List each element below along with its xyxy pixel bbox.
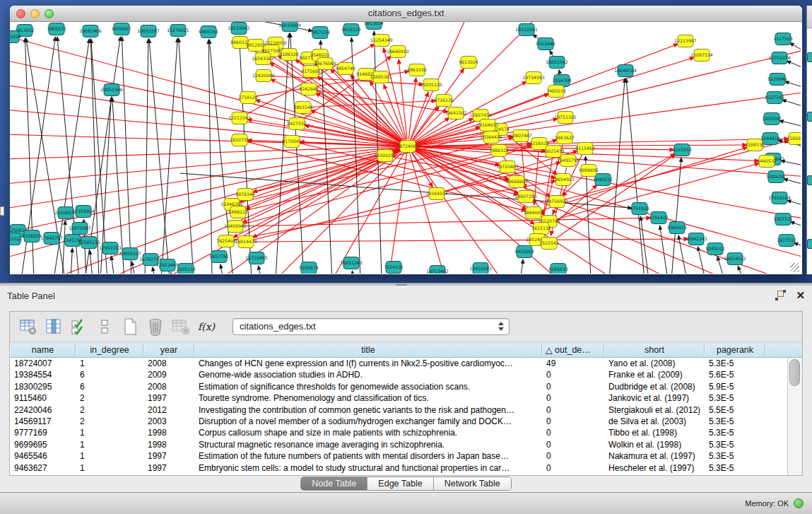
merge-rows-button[interactable] [94, 317, 115, 337]
graph-node[interactable]: 1615132 [531, 223, 551, 235]
graph-node[interactable]: 12505135 [78, 237, 100, 249]
scrollbar-thumb[interactable] [789, 359, 800, 386]
graph-edge[interactable] [785, 81, 801, 88]
graph-edge[interactable] [220, 264, 223, 274]
graph-edge[interactable] [414, 44, 678, 144]
window-resize-grip[interactable] [790, 263, 799, 272]
graph-node[interactable]: 7625402 [216, 235, 236, 247]
graph-node[interactable]: 16033809 [278, 22, 301, 32]
graph-node[interactable]: 9861038 [407, 64, 427, 76]
column-header-pagerank[interactable]: pagerank [705, 344, 765, 357]
graph-node[interactable]: 17016504 [768, 192, 791, 204]
function-builder-button[interactable]: f(x) [196, 317, 217, 337]
graph-node[interactable]: 8930457 [112, 23, 131, 35]
graph-node[interactable]: 12410583 [469, 263, 492, 274]
graph-node[interactable]: 18132041 [515, 24, 538, 36]
graph-node[interactable]: 20364436 [480, 132, 502, 144]
close-panel-icon[interactable]: ✕ [796, 290, 805, 300]
graph-edge[interactable] [170, 272, 174, 274]
graph-node[interactable]: 9175685 [301, 66, 321, 78]
graph-node[interactable]: 7485033 [546, 86, 566, 98]
graph-node[interactable]: 6791928 [630, 203, 649, 215]
graph-edge[interactable] [550, 50, 553, 56]
tab-edge-table[interactable]: Edge Table [367, 477, 433, 490]
column-header-out_degree[interactable]: △ out_de… [542, 344, 604, 357]
table-row[interactable]: 1872400712008Changes of HCN gene express… [10, 358, 787, 369]
graph-node[interactable]: 1440532 [757, 156, 777, 168]
graph-node[interactable]: 1810755 [230, 134, 249, 146]
network-canvas-svg[interactable]: 1872400718130121905572206914068930457108… [10, 22, 801, 274]
table-row[interactable]: 1830029562008Estimation of significance … [10, 381, 787, 392]
graph-node[interactable]: 9105674 [299, 262, 319, 274]
column-header-year[interactable]: year [143, 344, 194, 357]
graph-node[interactable]: 22420046 [252, 70, 275, 82]
graph-node[interactable]: 16409948 [224, 221, 247, 233]
graph-node[interactable]: 10713402 [426, 266, 449, 274]
graph-node[interactable]: 1191423 [649, 212, 669, 224]
graph-edge[interactable] [415, 147, 801, 177]
graph-node[interactable]: 9899695 [579, 165, 599, 177]
table-row[interactable]: 946362711997Embryonic stem cells: a mode… [10, 462, 787, 474]
graph-node[interactable]: 16051342 [546, 57, 568, 69]
graph-node[interactable]: 15276021 [167, 25, 189, 37]
graph-edge[interactable] [412, 152, 502, 274]
graph-node[interactable]: 17942757 [40, 233, 63, 245]
graph-node[interactable]: 16543382 [252, 53, 274, 65]
graph-node[interactable]: 16051243 [340, 257, 363, 269]
graph-node[interactable]: 19734593 [522, 72, 545, 84]
graph-edge[interactable] [790, 222, 801, 228]
graph-node[interactable]: 1905572 [47, 23, 66, 35]
graph-node[interactable]: 1167531 [773, 214, 793, 226]
show-columns-button[interactable] [43, 317, 64, 337]
graph-node[interactable]: 13205128 [420, 79, 442, 91]
graph-node[interactable]: 18133042 [228, 23, 250, 35]
close-window-icon[interactable] [16, 9, 25, 18]
graph-edge[interactable] [90, 250, 93, 274]
graph-node[interactable]: 7986322 [489, 145, 509, 157]
graph-node[interactable]: 8427552 [287, 118, 307, 130]
graph-edge[interactable] [253, 239, 688, 242]
memory-ok-indicator[interactable] [794, 498, 804, 508]
graph-edge[interactable] [149, 39, 170, 274]
graph-node[interactable]: 9457791 [209, 251, 229, 263]
graph-node[interactable]: 9613024 [459, 57, 478, 69]
float-panel-icon[interactable] [775, 290, 786, 300]
graph-node[interactable]: 2803144 [293, 102, 313, 114]
graph-node[interactable]: 9129946 [767, 74, 787, 86]
graph-edge[interactable] [316, 93, 402, 143]
table-row[interactable]: 911546021997Tourette syndrome. Phenomeno… [10, 392, 787, 404]
graph-node[interactable]: 6466163 [199, 26, 218, 38]
table-row[interactable]: 977716911998Corpus callosum shape and si… [10, 427, 787, 438]
graph-edge[interactable] [787, 200, 801, 206]
table-row[interactable]: 1938455462009Genome-wide association stu… [10, 369, 787, 380]
table-row[interactable]: 1456911722003Disruption of a novel membe… [10, 416, 787, 427]
column-header-title[interactable]: title [194, 344, 542, 357]
graph-node[interactable]: 9736125 [434, 95, 454, 107]
graph-node[interactable]: 18807293 [514, 191, 537, 203]
graph-edge[interactable] [271, 79, 401, 144]
graph-node[interactable]: 1677512 [777, 235, 796, 247]
new-file-button[interactable] [119, 317, 141, 337]
graph-edge[interactable] [782, 100, 801, 107]
graph-edge[interactable] [352, 271, 353, 274]
graph-edge[interactable] [179, 38, 194, 274]
graph-node[interactable]: 2156829 [22, 230, 42, 243]
graph-edge[interactable] [389, 153, 407, 274]
network-canvas[interactable]: 1872400718130121905572206914068930457108… [10, 22, 801, 274]
graph-edge[interactable] [321, 40, 332, 274]
graph-node[interactable]: 7857224 [310, 27, 330, 39]
graph-edge[interactable] [111, 256, 114, 274]
graph-node[interactable]: 7524105 [384, 262, 404, 274]
graph-node[interactable]: 19654923 [552, 174, 575, 186]
graph-node[interactable]: 9463627 [555, 132, 575, 144]
graph-node[interactable]: 9884067 [524, 207, 543, 219]
graph-node[interactable]: 1599291 [766, 171, 786, 183]
graph-node[interactable]: 9245033 [548, 264, 568, 274]
table-row[interactable]: 2242004622012Investigating the contribut… [10, 404, 787, 416]
graph-node[interactable]: 19751105 [554, 112, 577, 124]
graph-node[interactable]: 18720407 [496, 161, 519, 173]
graph-node[interactable]: 5498222 [228, 206, 248, 218]
graph-edge[interactable] [161, 38, 177, 274]
graph-node[interactable]: 15716485 [245, 252, 268, 264]
graph-node[interactable]: 10975887 [69, 223, 91, 235]
